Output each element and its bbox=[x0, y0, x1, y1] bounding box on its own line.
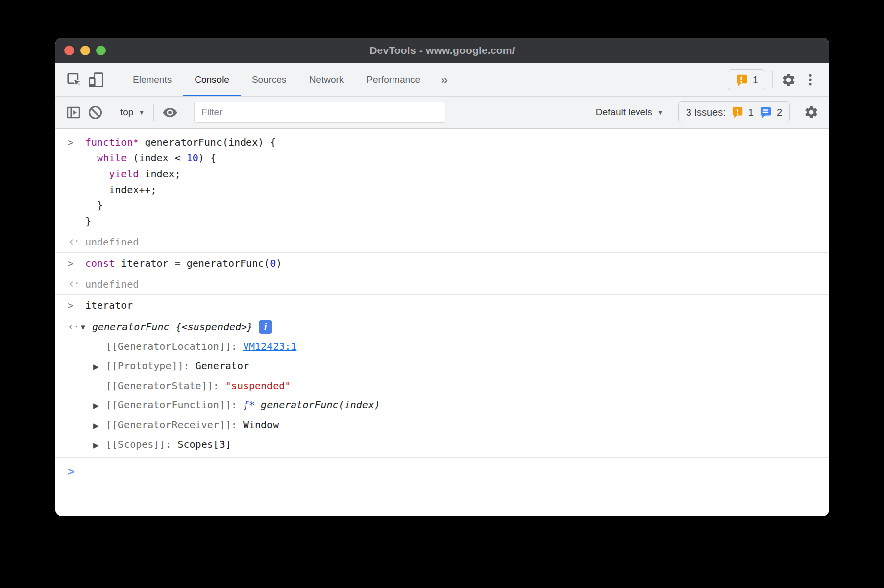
issue-message-icon bbox=[759, 106, 772, 119]
tabbar-right-actions: 1 bbox=[728, 69, 821, 91]
issues-button[interactable]: 1 bbox=[728, 69, 765, 90]
input-chevron-icon: > bbox=[55, 134, 85, 229]
issues-count: 1 bbox=[753, 74, 758, 86]
issues-summary-button[interactable]: 3 Issues: 1 2 bbox=[678, 101, 790, 123]
code-segment: (index < bbox=[127, 152, 186, 164]
close-window-button[interactable] bbox=[64, 46, 74, 55]
console-log[interactable]: >function* generatorFunc(index) { while … bbox=[55, 129, 829, 516]
tab-sources[interactable]: Sources bbox=[241, 63, 298, 96]
expand-triangle-icon[interactable]: ▶ bbox=[93, 395, 106, 415]
issues-summary-label: 3 Issues: bbox=[686, 107, 726, 118]
code-segment bbox=[85, 152, 97, 164]
tab-network[interactable]: Network bbox=[298, 63, 355, 96]
code-segment: generatorFunc(index) { bbox=[139, 136, 276, 148]
device-toolbar-button[interactable] bbox=[85, 69, 107, 91]
divider bbox=[111, 104, 111, 121]
window-controls bbox=[64, 38, 106, 63]
object-property-row: ▶[[GeneratorReceiver]]: Window bbox=[79, 415, 829, 435]
code-segment: Window bbox=[243, 415, 279, 435]
code-segment: ) bbox=[276, 257, 282, 269]
code-line: undefined bbox=[85, 234, 829, 250]
object-preview: {<suspended>} bbox=[170, 318, 253, 336]
code-segment: iterator = generatorFunc( bbox=[115, 257, 270, 269]
code-segment: undefined bbox=[85, 236, 139, 248]
devtools-window: DevTools - www.google.com/ ElementsConso… bbox=[55, 38, 829, 516]
console-entry-result: ‹·undefined bbox=[55, 232, 829, 252]
object-property-row: ▶[[Scopes]]: Scopes[3] bbox=[79, 435, 829, 455]
device-toolbar-icon bbox=[88, 71, 104, 88]
return-value-icon: ‹· bbox=[55, 234, 85, 250]
divider bbox=[772, 71, 773, 88]
ban-icon bbox=[87, 104, 103, 121]
context-selector[interactable]: top ▼ bbox=[116, 107, 148, 118]
code-segment: Scopes[3] bbox=[178, 435, 231, 455]
divider bbox=[186, 104, 186, 121]
object-property-tree: [[GeneratorLocation]]: VM12423:1▶[[Proto… bbox=[79, 337, 829, 455]
code-segment: "suspended" bbox=[225, 376, 291, 395]
sidebar-panel-icon bbox=[65, 104, 82, 121]
code-segment bbox=[85, 168, 109, 180]
expand-triangle-icon[interactable]: ▶ bbox=[93, 415, 106, 435]
code-line: } bbox=[85, 213, 829, 229]
code-line: yield index; bbox=[85, 166, 829, 182]
code-line: undefined bbox=[85, 276, 829, 292]
expander-spacer bbox=[93, 337, 106, 356]
code-segment: } bbox=[85, 199, 103, 211]
filter-input[interactable] bbox=[194, 102, 445, 123]
code-line: iterator bbox=[85, 297, 829, 313]
log-levels-selector[interactable]: Default levels ▼ bbox=[592, 107, 668, 118]
return-value-icon: ‹· bbox=[55, 276, 85, 292]
code-segment: yield bbox=[109, 168, 139, 180]
code-segment: Generator bbox=[196, 356, 249, 376]
entry-content: iterator bbox=[85, 297, 829, 313]
code-segment: index++; bbox=[85, 184, 157, 196]
console-entry-object: ‹·▼generatorFunc {<suspended>}i[[Generat… bbox=[55, 316, 829, 457]
divider bbox=[795, 102, 795, 122]
inspect-cursor-icon bbox=[66, 71, 83, 88]
entry-content: undefined bbox=[85, 234, 829, 250]
live-expression-button[interactable] bbox=[159, 101, 181, 123]
expander-spacer bbox=[93, 376, 106, 395]
code-segment: ƒ* bbox=[243, 395, 255, 415]
code-segment: while bbox=[97, 152, 127, 164]
zoom-window-button[interactable] bbox=[96, 46, 106, 55]
expand-triangle-icon[interactable]: ▶ bbox=[93, 435, 106, 455]
tab-console[interactable]: Console bbox=[183, 63, 241, 96]
gear-icon bbox=[781, 72, 796, 88]
customize-devtools-button[interactable] bbox=[799, 69, 821, 91]
entry-content bbox=[85, 463, 829, 479]
info-icon[interactable]: i bbox=[259, 320, 272, 334]
tabs: ElementsConsoleSourcesNetworkPerformance bbox=[121, 63, 432, 96]
console-entry-prompt[interactable]: > bbox=[55, 457, 829, 484]
console-entry-result: ‹·undefined bbox=[55, 274, 829, 294]
tab-elements[interactable]: Elements bbox=[121, 63, 183, 96]
code-segment: generatorFunc(index) bbox=[255, 395, 380, 415]
kebab-menu-icon bbox=[803, 72, 818, 87]
entry-content: const iterator = generatorFunc(0) bbox=[85, 255, 829, 271]
console-sidebar-toggle-button[interactable] bbox=[62, 101, 84, 123]
property-name: [[GeneratorFunction]]: bbox=[106, 395, 243, 415]
code-line: } bbox=[85, 197, 829, 213]
inspect-element-button[interactable] bbox=[63, 69, 85, 91]
expand-triangle-icon[interactable]: ▶ bbox=[93, 356, 106, 376]
code-segment: iterator bbox=[85, 299, 133, 311]
object-property-row: ▶[[Prototype]]: Generator bbox=[79, 356, 829, 376]
issues-message-count: 2 bbox=[777, 107, 782, 118]
clear-console-button[interactable] bbox=[84, 101, 106, 123]
code-segment: const bbox=[85, 257, 115, 269]
code-line: const iterator = generatorFunc(0) bbox=[85, 255, 829, 271]
more-tabs-button[interactable]: » bbox=[432, 73, 457, 87]
settings-button[interactable] bbox=[778, 69, 799, 91]
object-name: generatorFunc bbox=[92, 318, 170, 336]
collapse-triangle-icon[interactable]: ▼ bbox=[79, 318, 92, 336]
code-segment: } bbox=[85, 215, 91, 227]
titlebar: DevTools - www.google.com/ bbox=[55, 38, 829, 63]
console-entry-command: >iterator bbox=[55, 294, 829, 316]
entry-content: ▼generatorFunc {<suspended>}i[[Generator… bbox=[79, 318, 829, 455]
source-location-link[interactable]: VM12423:1 bbox=[243, 337, 296, 356]
tab-performance[interactable]: Performance bbox=[355, 63, 432, 96]
minimize-window-button[interactable] bbox=[80, 46, 90, 55]
code-segment: 10 bbox=[187, 152, 198, 164]
console-toolbar: top ▼ Default levels ▼ 3 Issues: 1 bbox=[55, 97, 829, 129]
console-settings-button[interactable] bbox=[800, 101, 822, 123]
